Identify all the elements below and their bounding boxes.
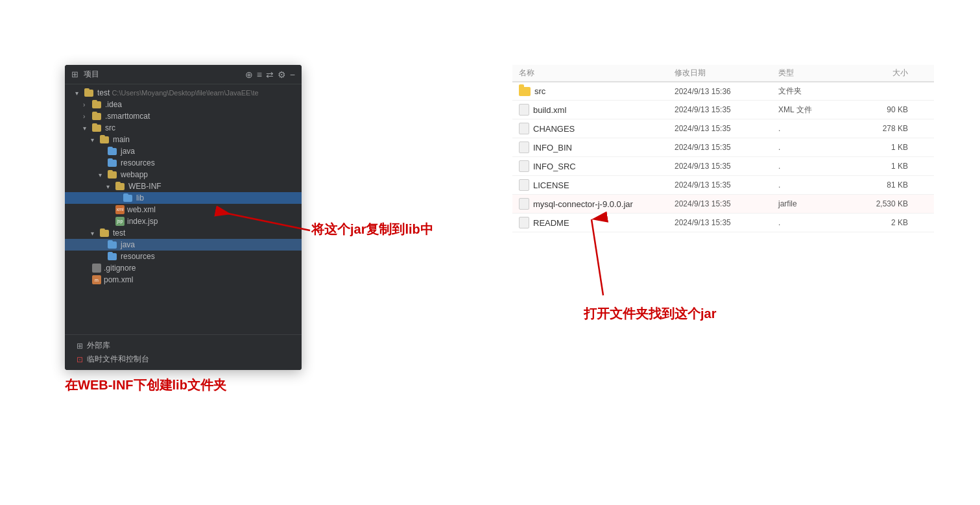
arrow-icon: ▾ bbox=[91, 136, 99, 143]
doc-icon bbox=[519, 142, 529, 153]
ide-tree: ▾ test C:\Users\Moyang\Desktop\file\lear… bbox=[65, 84, 302, 344]
file-name: INFO_SRC bbox=[519, 160, 675, 172]
tree-item-webxml[interactable]: xml web.xml bbox=[65, 204, 302, 216]
doc-icon bbox=[519, 198, 529, 210]
file-row[interactable]: src2024/9/13 15:36文件夹 bbox=[512, 82, 934, 101]
doc-icon bbox=[519, 179, 529, 191]
arrow-icon: ▾ bbox=[99, 171, 106, 179]
file-row[interactable]: build.xml2024/9/13 15:35XML 文件90 KB bbox=[512, 101, 934, 119]
external-lib-label: 外部库 bbox=[87, 340, 110, 351]
tree-item-idea[interactable]: › .idea bbox=[65, 99, 302, 110]
file-name: CHANGES bbox=[519, 123, 675, 134]
ide-toolbar-icon-grid: ⊞ bbox=[71, 69, 78, 79]
file-size: 278 KB bbox=[856, 124, 908, 133]
col-header-date: 修改日期 bbox=[675, 68, 778, 79]
file-type: 文件夹 bbox=[778, 86, 856, 97]
file-date: 2024/9/13 15:35 bbox=[675, 180, 778, 190]
col-header-type: 类型 bbox=[778, 68, 856, 79]
file-name: build.xml bbox=[519, 104, 675, 116]
settings-icon[interactable]: ⚙ bbox=[278, 69, 286, 80]
folder-icon-resources bbox=[108, 159, 118, 167]
tree-item-pomxml[interactable]: m pom.xml bbox=[65, 274, 302, 286]
file-type: . bbox=[778, 143, 856, 152]
tree-item-gitignore[interactable]: .gitignore bbox=[65, 262, 302, 274]
minimize-icon[interactable]: − bbox=[290, 69, 295, 80]
tree-item-test-sub[interactable]: ▾ test bbox=[65, 227, 302, 239]
file-size: 2,530 KB bbox=[856, 199, 908, 208]
file-size: 1 KB bbox=[856, 143, 908, 152]
annotation-copy: 将这个jar复制到lib中 bbox=[311, 221, 433, 238]
folder-icon-src bbox=[92, 124, 102, 132]
list-icon[interactable]: ≡ bbox=[257, 69, 262, 80]
file-row[interactable]: mysql-connector-j-9.0.0.jar2024/9/13 15:… bbox=[512, 195, 934, 214]
folder-icon-java bbox=[108, 147, 118, 155]
sort-icon[interactable]: ⇄ bbox=[266, 69, 274, 80]
ide-bottom: ⊞ 外部库 ⊡ 临时文件和控制台 bbox=[65, 334, 302, 370]
file-icon-git bbox=[92, 264, 101, 273]
tree-item-smarttomcat[interactable]: › .smarttomcat bbox=[65, 110, 302, 122]
ide-panel: ⊞ 项目 ⊕ ≡ ⇄ ⚙ − ▾ test C:\Users\Moyang\De… bbox=[65, 65, 302, 370]
arrow-icon bbox=[99, 148, 106, 155]
arrow-icon bbox=[99, 253, 106, 260]
tree-item-java[interactable]: java bbox=[65, 145, 302, 157]
ide-toolbar-icons: ⊕ ≡ ⇄ ⚙ − bbox=[245, 69, 295, 80]
folder-icon-webapp bbox=[108, 171, 118, 179]
arrow-icon: ▾ bbox=[106, 183, 114, 190]
file-type: . bbox=[778, 162, 856, 171]
file-size: 2 KB bbox=[856, 218, 908, 227]
file-type: . bbox=[778, 180, 856, 190]
tree-item-lib[interactable]: lib bbox=[65, 192, 302, 204]
temp-icon: ⊡ bbox=[77, 355, 83, 364]
file-type: . bbox=[778, 218, 856, 227]
arrow-icon bbox=[114, 195, 122, 202]
arrow-icon: ▾ bbox=[75, 90, 83, 97]
file-row[interactable]: INFO_SRC2024/9/13 15:35.1 KB bbox=[512, 157, 934, 176]
file-date: 2024/9/13 15:35 bbox=[675, 218, 778, 227]
file-date: 2024/9/13 15:35 bbox=[675, 199, 778, 208]
file-icon-maven: m bbox=[92, 275, 101, 284]
tree-item-java-test[interactable]: java bbox=[65, 239, 302, 251]
file-name: README bbox=[519, 217, 675, 228]
arrow-icon: › bbox=[83, 113, 91, 120]
tree-item-resources-test[interactable]: resources bbox=[65, 251, 302, 262]
arrow-icon bbox=[99, 241, 106, 249]
doc-icon bbox=[519, 123, 529, 134]
file-name: INFO_BIN bbox=[519, 142, 675, 153]
doc-icon bbox=[519, 160, 529, 172]
tree-item-webapp[interactable]: ▾ webapp bbox=[65, 169, 302, 180]
folder-icon-main bbox=[100, 136, 110, 143]
arrow-icon bbox=[83, 277, 91, 284]
file-row[interactable]: CHANGES2024/9/13 15:35.278 KB bbox=[512, 119, 934, 138]
file-date: 2024/9/13 15:35 bbox=[675, 105, 778, 114]
file-explorer: 名称 修改日期 类型 大小 src2024/9/13 15:36文件夹build… bbox=[512, 65, 934, 232]
folder-icon-resources-test bbox=[108, 252, 118, 260]
file-type: . bbox=[778, 124, 856, 133]
file-row[interactable]: README2024/9/13 15:35.2 KB bbox=[512, 214, 934, 232]
doc-icon bbox=[519, 104, 529, 116]
file-row[interactable]: INFO_BIN2024/9/13 15:35.1 KB bbox=[512, 138, 934, 157]
file-icon-jsp: jsp bbox=[115, 217, 125, 226]
tree-item-test[interactable]: ▾ test C:\Users\Moyang\Desktop\file\lear… bbox=[65, 87, 302, 99]
folder-icon-webinf bbox=[115, 182, 126, 190]
external-lib-item[interactable]: ⊞ 外部库 bbox=[71, 339, 295, 352]
add-icon[interactable]: ⊕ bbox=[245, 69, 253, 80]
arrow-icon: ▾ bbox=[83, 125, 91, 132]
tree-item-indexjsp[interactable]: jsp index.jsp bbox=[65, 216, 302, 227]
tree-item-webinf[interactable]: ▾ WEB-INF bbox=[65, 180, 302, 192]
file-rows-container: src2024/9/13 15:36文件夹build.xml2024/9/13 … bbox=[512, 82, 934, 232]
folder-icon-idea bbox=[92, 101, 102, 108]
arrow-icon bbox=[83, 265, 91, 272]
annotation-lib: 在WEB-INF下创建lib文件夹 bbox=[65, 376, 226, 394]
folder-icon-test-sub bbox=[100, 229, 110, 237]
tree-item-main[interactable]: ▾ main bbox=[65, 134, 302, 145]
file-name: LICENSE bbox=[519, 179, 675, 191]
folder-icon-test bbox=[84, 89, 95, 97]
temp-files-label: 临时文件和控制台 bbox=[87, 354, 149, 365]
file-row[interactable]: LICENSE2024/9/13 15:35.81 KB bbox=[512, 176, 934, 195]
temp-files-item[interactable]: ⊡ 临时文件和控制台 bbox=[71, 352, 295, 366]
folder-icon bbox=[519, 87, 531, 96]
tree-item-resources-main[interactable]: resources bbox=[65, 157, 302, 169]
tree-item-src[interactable]: ▾ src bbox=[65, 122, 302, 134]
ide-toolbar: ⊞ 项目 ⊕ ≡ ⇄ ⚙ − bbox=[65, 65, 302, 84]
file-name: src bbox=[519, 86, 675, 96]
